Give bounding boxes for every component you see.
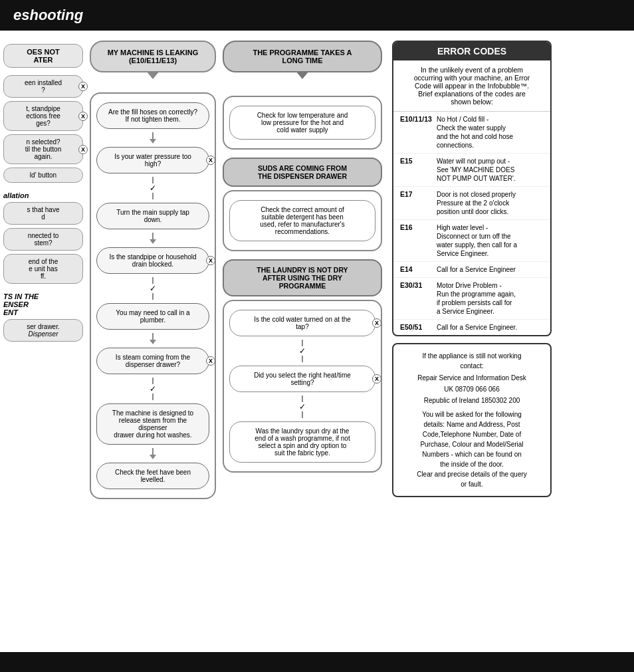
error-code-e30: E30/31 [400,281,437,289]
error-codes-box: ERROR CODES In the unlikely event of a p… [392,41,552,336]
error-desc-e50: Call for a Service Engineer. [437,323,544,332]
error-code-e16: E16 [400,223,437,231]
programme-step-1: Check for low temperature and low pressu… [229,106,375,140]
dry-step-3-text: Was the laundry spun dry at the end of a… [255,427,350,457]
left-item-installed: een installed? X [3,75,83,98]
suds-text: Check the correct amount of suitable det… [260,206,345,235]
error-code-e50: E50/51 [400,323,437,331]
connector-6: ✓ [96,378,209,400]
error-row-e30: E30/31 Motor Drive Problem - Run the pro… [393,278,550,320]
error-desc-e30: Motor Drive Problem - Run the programme … [437,281,544,316]
error-desc-e17: Door is not closed properly Pressure at … [437,190,544,216]
error-desc-e14: Call for a Service Engineer [437,265,544,274]
left-item-button: ld' button [3,168,83,183]
page-wrapper: eshooting OES NOTATER een installed? X t… [0,0,634,672]
left-item-selected: n selected?til the buttonagain. X [3,134,83,164]
programme-title-bubble: THE PROGRAMME TAKES A LONG TIME [223,41,382,72]
contact-line4: Republic of Ireland 1850302 200 [400,395,544,405]
header: eshooting [0,0,634,31]
dry-title-bubble: THE LAUNDRY IS NOT DRY AFTER USING THE D… [223,259,382,296]
connector-4: ✓ [96,277,209,300]
error-code-e15: E15 [400,157,437,165]
suds-title: SUDS ARE COMING FROM THE DISPENSER DRAWE… [258,164,347,180]
connector-5 [96,333,209,344]
leaking-panel: MY MACHINE IS LEAKING (E10/E11/E13) Are … [86,37,219,643]
left-item-standpipe: t, standpipeections freeges? X [3,101,83,131]
leaking-step-6: Is steam coming from thedispenser drawer… [96,348,209,374]
dry-connector-1: ✓ [229,340,375,362]
left-item-does-not: OES NOTATER [3,44,83,68]
programme-title: THE PROGRAMME TAKES A LONG TIME [253,49,352,64]
header-title: eshooting [13,7,83,23]
connector-2: ✓ [96,177,209,199]
content-area: OES NOTATER een installed? X t, standpip… [0,31,634,649]
leaking-step-2: Is your water pressure toohigh? X [96,147,209,173]
x-badge-standpipe: X [206,256,215,265]
contact-line5: You will be asked for the following deta… [400,409,544,489]
left-item-end-unit: end of thee unit hasff. [3,254,83,284]
error-row-e15: E15 Water will not pump out - See 'MY MA… [393,154,550,187]
left-item-connected: nnected tostem? [3,228,83,251]
error-row-e10: E10/11/13 No Hot / Cold fill - Check the… [393,112,550,154]
dry-step-2: Did you select the right heat/time setti… [229,366,375,392]
leaking-step-7: The machine is designed torelease steam … [96,403,209,445]
error-desc-e16: High water level - Disconnect or turn of… [437,223,544,258]
leaking-title: MY MACHINE IS LEAKING (E10/E11/E13) [108,49,199,64]
ents-title: TS IN THEENSERENT [3,292,83,316]
programme-panel: THE PROGRAMME TAKES A LONG TIME Check fo… [219,37,385,643]
error-code-e17: E17 [400,190,437,198]
x-badge-heat: X [372,374,381,384]
error-panel: ERROR CODES In the unlikely event of a p… [385,37,558,643]
leaking-step-8: Check the feet have beenlevelled. [96,463,209,489]
leaking-step-3: Turn the main supply tapdown. [96,203,209,229]
leaking-step-5: You may need to call in aplumber. [96,303,209,330]
error-row-e17: E17 Door is not closed properly Pressure… [393,187,550,220]
dry-step-3: Was the laundry spun dry at the end of a… [229,421,375,463]
suds-text-box: Check the correct amount of suitable det… [229,200,375,241]
leaking-title-bubble: MY MACHINE IS LEAKING (E10/E11/E13) [90,41,216,72]
error-row-e50: E50/51 Call for a Service Engineer. [393,320,550,335]
left-item-dispenser: ser drawer.Dispenser [3,319,83,342]
x-badge-cold: X [372,318,381,328]
error-codes-intro: In the unlikely event of a problem occur… [393,60,550,112]
connector-7 [96,448,209,459]
footer [0,652,634,672]
error-row-e14: E14 Call for a Service Engineer [393,262,550,278]
x-badge-pressure: X [206,156,215,165]
contact-line1: If the appliance is still not working co… [400,351,544,371]
dry-step-2-text: Did you select the right heat/time setti… [254,372,351,386]
x-badge-steam: X [206,356,215,366]
suds-title-bubble: SUDS ARE COMING FROM THE DISPENSER DRAWE… [223,158,382,187]
connector-3 [96,233,209,244]
dry-step-1-text: Is the cold water turned on at the tap? [254,316,351,330]
contact-box: If the appliance is still not working co… [392,343,552,497]
dry-step-1: Is the cold water turned on at the tap? … [229,310,375,336]
error-desc-e10: No Hot / Cold fill - Check the water sup… [437,115,544,150]
leaking-step-4: Is the standpipe or householddrain block… [96,247,209,274]
dry-title: THE LAUNDRY IS NOT DRY AFTER USING THE D… [257,266,348,290]
error-code-e14: E14 [400,265,437,273]
left-item-that-have: s that haved [3,202,83,225]
left-panel: OES NOTATER een installed? X t, standpip… [0,37,86,643]
error-desc-e15: Water will not pump out - See 'MY MACHIN… [437,157,544,183]
error-codes-header: ERROR CODES [393,42,550,60]
installation-title: allation [3,191,83,199]
programme-step-1-text: Check for low temperature and low pressu… [257,112,348,134]
dry-connector-2: ✓ [229,395,375,418]
contact-line2: Repair Service and Information Desk [400,373,544,383]
contact-line3: UK 08709 066 066 [400,384,544,394]
connector-1 [96,132,209,144]
error-code-e10: E10/11/13 [400,115,437,123]
leaking-step-1: Are the fill hoses on correctly?If not t… [96,102,209,129]
error-row-e16: E16 High water level - Disconnect or tur… [393,220,550,262]
